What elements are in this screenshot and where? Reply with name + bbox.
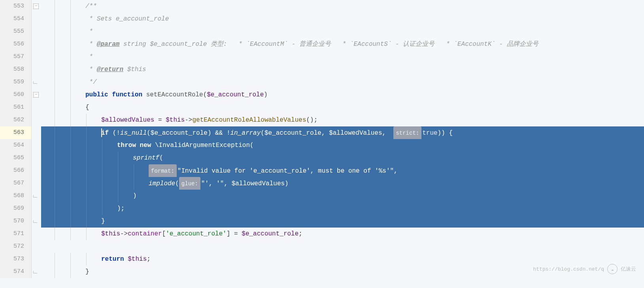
line-number[interactable]: 570 xyxy=(0,215,31,228)
code-line[interactable]: ) xyxy=(41,190,644,202)
line-number[interactable]: 568 xyxy=(0,190,31,202)
token-comment: */ xyxy=(85,79,97,86)
line-number[interactable]: 574 xyxy=(0,265,31,278)
token-keyword: return xyxy=(101,256,128,263)
token-doctag: @return xyxy=(97,66,123,73)
line-number[interactable]: 566 xyxy=(0,164,31,177)
fold-end-icon xyxy=(33,271,37,273)
token-var: $e_account_role xyxy=(151,130,208,137)
token-var: $this xyxy=(101,230,120,237)
watermark-url: https://blog.csdn.net/q xyxy=(533,266,604,272)
token-punc: } xyxy=(85,268,89,275)
code-line[interactable]: } xyxy=(41,215,644,228)
token-builtin: sprintf xyxy=(133,154,159,162)
token-comment: string $e_account_role 类型: * `EAccountM`… xyxy=(119,41,538,48)
token-punc: ] = xyxy=(227,230,242,237)
token-var: $allowedValues xyxy=(232,180,285,187)
token-comment: /** xyxy=(85,3,97,10)
token-var: $allowedValues xyxy=(101,117,154,124)
code-line[interactable]: * xyxy=(41,51,644,63)
parameter-hint: strict: xyxy=(393,126,421,140)
line-number[interactable]: 555 xyxy=(0,25,31,38)
code-line[interactable]: $this->container['e_account_role'] = $e_… xyxy=(41,228,644,240)
line-number[interactable]: 569 xyxy=(0,202,31,215)
parameter-hint: glue: xyxy=(179,177,200,190)
line-number[interactable]: 559 xyxy=(0,76,31,88)
token-punc: \InvalidArgumentException( xyxy=(155,142,254,149)
token-builtin: implode xyxy=(149,180,175,187)
code-line[interactable]: sprintf( xyxy=(41,152,644,164)
fold-collapse-icon[interactable]: − xyxy=(33,92,39,98)
line-number[interactable]: 571 xyxy=(0,228,31,240)
token-string: "Invalid value for 'e_account_role', mus… xyxy=(178,168,394,175)
token-func: setEAccountRole xyxy=(146,91,203,98)
token-keyword: if xyxy=(101,130,113,137)
code-line[interactable]: { xyxy=(41,101,644,114)
line-number[interactable]: 557 xyxy=(0,51,31,63)
token-punc: (); xyxy=(306,117,318,124)
token-punc: ( xyxy=(175,180,179,187)
line-number[interactable]: 563 xyxy=(0,126,31,139)
fold-end-icon xyxy=(33,81,37,84)
line-number[interactable]: 572 xyxy=(0,240,31,253)
code-area[interactable]: /** * Sets e_account_role * * @param str… xyxy=(41,0,644,278)
line-number[interactable]: 573 xyxy=(0,253,31,265)
token-comment: $this xyxy=(123,66,146,73)
line-number[interactable]: 560 xyxy=(0,88,31,101)
token-var: $e_account_role xyxy=(264,130,321,137)
code-line[interactable]: * xyxy=(41,25,644,38)
code-line[interactable]: * Sets e_account_role xyxy=(41,13,644,25)
code-line[interactable]: /** xyxy=(41,0,644,13)
fold-end-icon xyxy=(33,195,37,198)
line-number[interactable]: 561 xyxy=(0,101,31,114)
fold-column[interactable]: −− xyxy=(32,0,41,278)
line-number[interactable]: 553 xyxy=(0,0,31,13)
token-keyword: throw new xyxy=(117,142,155,149)
code-line[interactable]: implode(glue:"', '", $allowedValues) xyxy=(41,177,644,190)
code-editor[interactable]: 5535545555565575585595605615625635645655… xyxy=(0,0,644,278)
line-number[interactable]: 558 xyxy=(0,63,31,76)
token-builtin: in_array xyxy=(230,130,261,137)
token-doctag: @param xyxy=(97,41,120,48)
line-number-gutter[interactable]: 5535545555565575585595605615625635645655… xyxy=(0,0,32,278)
token-punc: ( xyxy=(147,130,151,137)
line-number[interactable]: 556 xyxy=(0,38,31,51)
token-punc: , xyxy=(394,168,398,175)
line-number[interactable]: 554 xyxy=(0,13,31,25)
code-line[interactable]: * @param string $e_account_role 类型: * `E… xyxy=(41,38,644,51)
code-line[interactable]: throw new \InvalidArgumentException( xyxy=(41,139,644,152)
token-punc: ; xyxy=(298,230,302,237)
text-cursor xyxy=(101,128,102,137)
token-punc: -> xyxy=(120,230,128,237)
token-comment: * xyxy=(85,53,93,60)
code-line[interactable] xyxy=(41,240,644,253)
line-number[interactable]: 567 xyxy=(0,177,31,190)
token-punc: , xyxy=(321,130,329,137)
token-punc: [ xyxy=(162,230,166,237)
token-punc: ) xyxy=(285,180,289,187)
token-string: 'e_account_role' xyxy=(166,230,227,237)
token-punc: , xyxy=(382,130,394,137)
token-punc: ) && ! xyxy=(208,130,230,137)
token-punc: ( xyxy=(203,91,207,98)
code-line[interactable]: * @return $this xyxy=(41,63,644,76)
code-line[interactable]: if (!is_null($e_account_role) && !in_arr… xyxy=(41,126,644,139)
token-punc: ) xyxy=(133,192,137,200)
line-number[interactable]: 565 xyxy=(0,152,31,164)
token-keyword: public function xyxy=(85,91,146,98)
token-var: $e_account_role xyxy=(207,91,264,98)
fold-collapse-icon[interactable]: − xyxy=(33,4,39,9)
watermark-brand: 亿速云 xyxy=(621,265,636,273)
code-line[interactable]: $allowedValues = $this->getEAccountRoleA… xyxy=(41,114,644,126)
code-line[interactable]: public function setEAccountRole($e_accou… xyxy=(41,88,644,101)
line-number[interactable]: 564 xyxy=(0,139,31,152)
token-method: getEAccountRoleAllowableValues xyxy=(192,117,306,124)
code-line[interactable]: */ xyxy=(41,76,644,88)
token-comment: * xyxy=(85,66,97,73)
token-punc: ; xyxy=(147,256,151,263)
code-line[interactable]: format:"Invalid value for 'e_account_rol… xyxy=(41,164,644,177)
token-prop: container xyxy=(128,230,162,237)
line-number[interactable]: 562 xyxy=(0,114,31,126)
token-punc: ( xyxy=(159,154,163,162)
code-line[interactable]: ); xyxy=(41,202,644,215)
